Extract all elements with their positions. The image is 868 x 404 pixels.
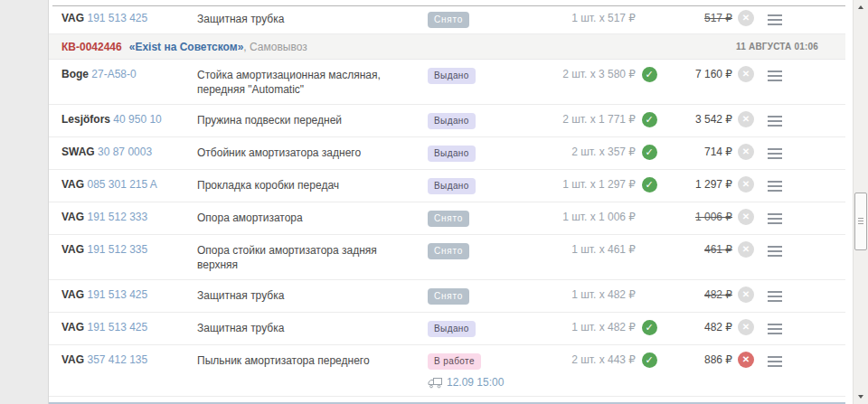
part-cell: SWAG 30 87 0003 xyxy=(61,146,197,159)
scrollbar-thumb[interactable] xyxy=(854,193,867,250)
remove-button[interactable]: ✕ xyxy=(738,66,754,82)
row-total: 886 ₽ xyxy=(663,353,732,367)
qty-price-cell: 2 шт. x 1 771 ₽ xyxy=(509,113,636,127)
brand-label: Lesjöfors xyxy=(61,113,110,126)
status-cell: Выдано xyxy=(428,321,509,337)
row-menu-icon[interactable] xyxy=(768,13,782,27)
part-number-link[interactable]: 27-A58-0 xyxy=(91,68,136,80)
vertical-scrollbar[interactable] xyxy=(853,0,868,404)
row-total: 1 006 ₽ xyxy=(663,211,732,224)
row-menu-icon[interactable] xyxy=(768,146,782,161)
remove-button[interactable]: ✕ xyxy=(738,10,754,26)
part-description: Защитная трубка xyxy=(197,321,428,335)
remove-button[interactable]: ✕ xyxy=(738,352,754,368)
scroll-up-arrow-icon[interactable] xyxy=(854,1,868,14)
part-description: Стойка амортизационная масляная, передня… xyxy=(197,68,428,97)
row-menu-icon[interactable] xyxy=(768,289,782,304)
row-menu-icon[interactable] xyxy=(768,211,782,226)
remove-button[interactable]: ✕ xyxy=(738,287,754,303)
part-number-link[interactable]: 40 950 10 xyxy=(113,113,161,126)
check-cell: ✓ xyxy=(636,11,663,26)
status-cell: Выдано xyxy=(428,178,509,194)
remove-button[interactable]: ✕ xyxy=(738,209,754,225)
delivery-datetime[interactable]: 12.09 15:00 xyxy=(447,376,504,389)
part-number-link[interactable]: 085 301 215 A xyxy=(87,178,156,191)
part-description: Защитная трубка xyxy=(197,288,428,303)
row-total: 482 ₽ xyxy=(663,321,732,334)
part-cell: VAG 191 513 425 xyxy=(61,12,197,25)
status-badge: Снято xyxy=(428,211,469,227)
row-menu-icon[interactable] xyxy=(768,322,782,336)
part-description: Отбойник амортизатора заднего xyxy=(197,146,428,160)
order-number-link[interactable]: КВ-0042446 xyxy=(61,41,122,53)
status-badge: Снято xyxy=(428,288,469,305)
remove-button[interactable]: ✕ xyxy=(738,241,754,258)
menu-cell xyxy=(760,146,790,161)
status-badge: Снято xyxy=(428,243,469,259)
status-cell: В работе 12.09 15:00 xyxy=(428,353,509,389)
qty-price-cell: 2 шт. x 443 ₽ xyxy=(509,353,636,367)
row-total: 461 ₽ xyxy=(663,243,732,257)
table-row: VAG 191 512 333 Опора амортизатора Снято… xyxy=(49,202,845,235)
issued-check-icon: ✓ xyxy=(642,177,657,193)
delivery-method-label: , Самовывоз xyxy=(243,41,307,53)
part-number-link[interactable]: 191 512 335 xyxy=(87,243,147,256)
status-cell: Снято xyxy=(428,288,509,305)
part-cell: VAG 191 512 335 xyxy=(61,243,197,257)
part-cell: VAG 191 513 425 xyxy=(61,321,197,334)
status-badge: Выдано xyxy=(428,113,476,129)
table-row: VAG 085 301 215 A Прокладка коробки пере… xyxy=(49,170,845,202)
check-cell: ✓ xyxy=(636,67,663,82)
part-number-link[interactable]: 191 513 425 xyxy=(87,12,147,24)
part-cell: VAG 191 512 333 xyxy=(61,211,197,224)
table-row: VAG 357 412 135 Пыльник амортизатора пер… xyxy=(49,345,845,397)
brand-label: VAG xyxy=(61,12,84,24)
row-menu-icon[interactable] xyxy=(768,179,782,193)
part-number-link[interactable]: 191 512 333 xyxy=(87,211,147,223)
remove-button[interactable]: ✕ xyxy=(738,176,754,193)
part-number-link[interactable]: 30 87 0003 xyxy=(98,146,152,158)
table-row: VAG 191 513 425 Защитная трубка Снято 1 … xyxy=(49,280,845,313)
remove-button[interactable]: ✕ xyxy=(738,111,754,127)
remove-button[interactable]: ✕ xyxy=(738,319,754,335)
row-menu-icon[interactable] xyxy=(768,354,782,369)
scroll-down-arrow-icon[interactable] xyxy=(854,390,868,403)
brand-label: VAG xyxy=(61,288,84,301)
menu-cell xyxy=(760,114,790,128)
row-total: 1 297 ₽ xyxy=(663,178,732,192)
row-menu-icon[interactable] xyxy=(768,114,782,128)
part-cell: VAG 357 412 135 xyxy=(61,353,197,367)
qty-price-cell: 1 шт. x 1 006 ₽ xyxy=(509,211,636,224)
issued-check-icon: ✓ xyxy=(642,67,657,82)
remove-cell: ✕ xyxy=(732,287,760,303)
remove-cell: ✕ xyxy=(732,352,760,368)
status-cell: Выдано xyxy=(428,68,509,84)
remove-cell: ✕ xyxy=(732,176,760,193)
row-total: 517 ₽ xyxy=(663,12,732,25)
table-row: Boge 27-A58-0 Стойка амортизационная мас… xyxy=(49,60,845,105)
check-cell: ✓ xyxy=(636,210,663,225)
part-number-link[interactable]: 191 513 425 xyxy=(87,288,147,301)
table-top-border xyxy=(52,5,845,6)
store-link[interactable]: «Exist на Советском» xyxy=(129,41,244,53)
remove-button[interactable]: ✕ xyxy=(738,144,754,160)
part-number-link[interactable]: 357 412 135 xyxy=(87,353,147,366)
row-menu-icon[interactable] xyxy=(768,244,782,258)
table-row: VAG 191 512 335 Опора стойки амортизатор… xyxy=(49,235,845,280)
part-cell: Lesjöfors 40 950 10 xyxy=(61,113,197,127)
part-number-link[interactable]: 191 513 425 xyxy=(87,321,147,334)
table-row: VAG 191 513 425 Защитная трубка Выдано 1… xyxy=(49,313,845,345)
brand-label: VAG xyxy=(61,321,84,334)
menu-cell xyxy=(760,322,790,336)
row-menu-icon[interactable] xyxy=(768,69,782,83)
delivery-line[interactable]: 12.09 15:00 xyxy=(428,376,509,389)
part-cell: VAG 191 513 425 xyxy=(61,288,197,302)
menu-cell xyxy=(760,244,790,258)
status-badge: Снято xyxy=(428,12,469,28)
order-table: VAG 191 513 425 Защитная трубка Снято 1 … xyxy=(49,6,845,404)
check-cell: ✓ xyxy=(636,320,663,335)
remove-cell: ✕ xyxy=(732,10,760,26)
part-description: Опора стойки амортизатора задняя верхняя xyxy=(197,243,428,272)
menu-cell xyxy=(760,211,790,226)
remove-cell: ✕ xyxy=(732,66,760,82)
